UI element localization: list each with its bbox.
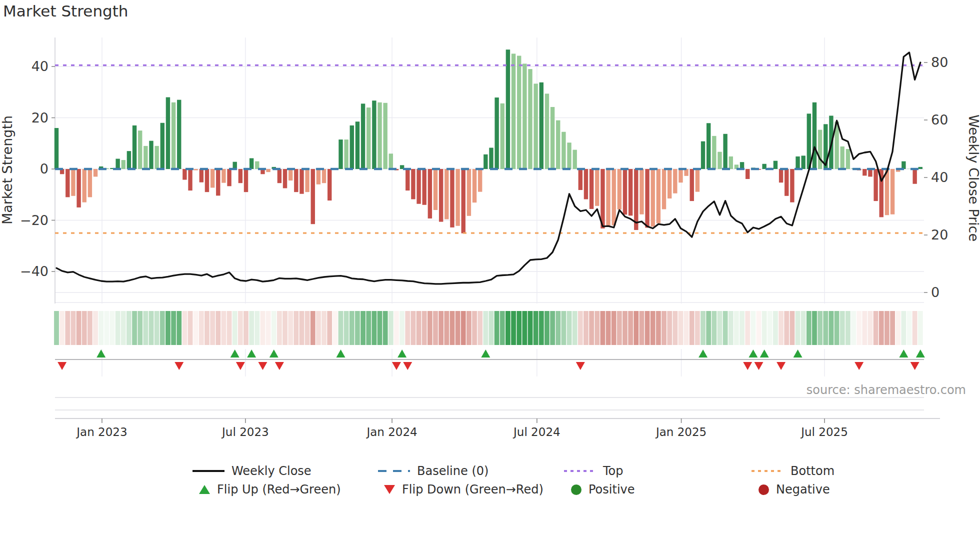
heatmap-cell (578, 311, 583, 345)
strength-bar (266, 169, 270, 172)
legend-label: Positive (588, 482, 635, 496)
heatmap-cell (444, 311, 449, 345)
heatmap-cell (383, 311, 388, 345)
strength-bar (383, 103, 387, 169)
triangle-up-icon (199, 485, 210, 494)
legend-item-positive: Positive (571, 481, 635, 498)
strength-bar (378, 102, 382, 169)
strength-bar (812, 102, 816, 169)
heatmap-cell (801, 311, 806, 345)
strength-bar (328, 169, 332, 200)
triangle-down-icon (384, 485, 395, 494)
flip-down-marker (910, 362, 920, 370)
legend-item-baseline-0: Baseline (0) (378, 462, 488, 480)
y-left-tick-label: 20 (32, 110, 48, 126)
strength-bar (439, 169, 443, 222)
legend-label: Flip Up (Red→Green) (217, 482, 341, 496)
strength-bar (606, 169, 610, 226)
heatmap-cell (890, 311, 895, 345)
heatmap-cell (483, 311, 488, 345)
heatmap-cell (232, 311, 238, 345)
heatmap-cell (784, 311, 789, 345)
heatmap-cell (204, 311, 210, 345)
strength-bar (166, 98, 170, 170)
heatmap-cell (405, 311, 410, 345)
heatmap-cell (294, 311, 298, 345)
strength-bar (88, 169, 92, 197)
flip-down-marker (236, 362, 245, 370)
legend-item-flip-down-green-red: Flip Down (Green→Red) (384, 481, 544, 498)
strength-bar (278, 169, 282, 183)
strength-bar (188, 169, 192, 190)
heatmap-cell (528, 311, 533, 345)
flip-up-marker (481, 350, 490, 358)
strength-bar (662, 169, 666, 209)
strength-bar (350, 126, 354, 169)
heatmap-cell (222, 311, 226, 345)
heatmap-cell (154, 311, 160, 345)
flip-down-marker (754, 362, 764, 370)
heatmap-cell (277, 311, 282, 345)
strength-bar (305, 169, 309, 192)
heatmap-cell (65, 311, 70, 345)
heatmap-cell (71, 311, 76, 345)
strength-bar (512, 54, 516, 169)
y-left-tick-label: 0 (40, 161, 48, 176)
heatmap-cell (823, 311, 828, 345)
heatmap-cell (500, 311, 505, 345)
heatmap-cell (589, 311, 594, 345)
strength-bar (144, 146, 148, 169)
heatmap-cell (116, 311, 120, 345)
strength-bar (784, 169, 788, 196)
heatmap-cell (355, 311, 360, 345)
dotted-line-swatch-icon (564, 470, 596, 472)
strength-bar (177, 100, 181, 169)
heatmap-cell (645, 311, 650, 345)
strength-bar (918, 167, 922, 169)
strength-bar (567, 142, 571, 169)
heatmap-cell (166, 311, 170, 345)
flip-up-marker (398, 350, 406, 358)
heatmap-cell (918, 311, 923, 345)
y-right-tick-label: 20 (931, 227, 948, 242)
strength-bar (651, 169, 655, 226)
strength-bar (912, 169, 916, 184)
strength-bar (874, 169, 878, 201)
heatmap-cell (438, 311, 444, 345)
flip-up-marker (916, 350, 925, 358)
heatmap-cell (433, 311, 438, 345)
strength-bar (300, 169, 304, 194)
heatmap-cell (684, 311, 689, 345)
flip-down-marker (854, 362, 864, 370)
heatmap-cell (88, 311, 92, 345)
strength-bar (316, 169, 320, 184)
heatmap-cell (98, 311, 104, 345)
flip-up-marker (760, 350, 769, 358)
heatmap-cell (126, 311, 132, 345)
heatmap-cell (556, 311, 560, 345)
strength-bar (746, 169, 750, 179)
strength-bar (790, 169, 794, 202)
legend-label: Flip Down (Green→Red) (402, 482, 544, 496)
heatmap-cell (266, 311, 271, 345)
heatmap-cell (216, 311, 220, 345)
market-strength-figure: Market Strength 40200−20−40806040200Jan … (0, 0, 980, 551)
weekly-heatmap-strip (54, 311, 923, 345)
heatmap-cell (54, 311, 59, 345)
legend-label: Bottom (790, 464, 834, 478)
heatmap-cell (506, 311, 510, 345)
strength-bar (160, 123, 164, 169)
circle-marker-icon (571, 484, 582, 495)
heatmap-cell (378, 311, 382, 345)
y-right-axis-title: Weekly Close Price (966, 114, 980, 242)
strength-bar (456, 169, 460, 226)
heatmap-cell (422, 311, 427, 345)
flip-up-marker (96, 350, 106, 358)
strength-bar (578, 169, 582, 190)
strength-bar (210, 169, 214, 188)
legend-label: Negative (776, 482, 830, 496)
heatmap-cell (478, 311, 482, 345)
flip-down-marker (776, 362, 786, 370)
heatmap-cell (332, 311, 338, 345)
strength-bar (668, 169, 672, 198)
